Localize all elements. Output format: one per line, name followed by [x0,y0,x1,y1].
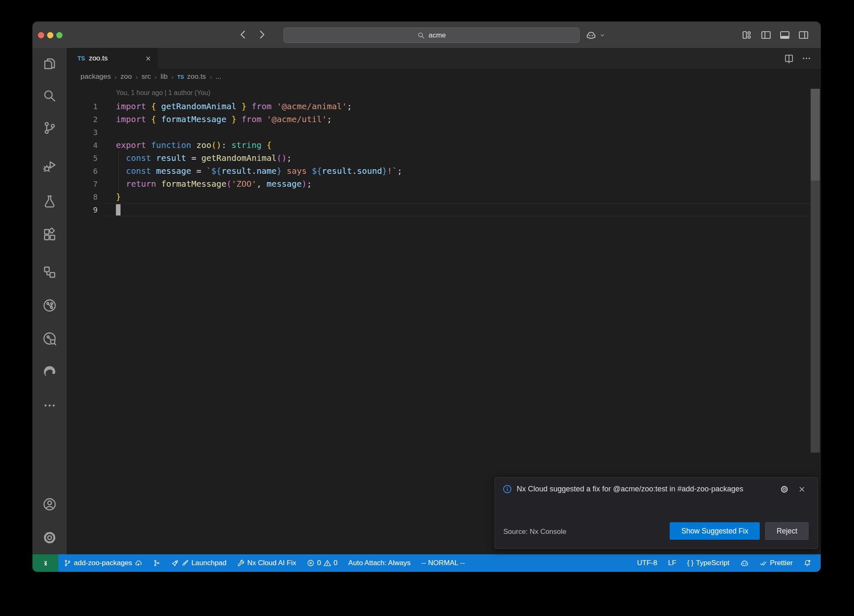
activity-nx-project-graph[interactable] [43,298,57,313]
breadcrumb-item[interactable]: packages [80,73,111,81]
tab-bar: TS zoo.ts [67,48,821,69]
status-label: TypeScript [696,559,729,567]
activity-nx-console[interactable] [43,265,57,279]
nx-console-icon [43,265,57,279]
breadcrumb-separator: › [151,73,161,80]
remote-indicator[interactable] [33,554,58,572]
status-copilot[interactable] [735,554,754,572]
typescript-file-icon: TS [78,55,85,62]
notification-close-icon[interactable] [798,485,806,493]
info-icon [502,484,512,494]
braces-icon: { } [687,559,693,567]
status-branch[interactable]: add-zoo-packages [58,554,148,572]
split-editor-icon[interactable] [784,53,794,63]
explorer-icon [43,57,57,71]
tab-zoo-ts[interactable]: TS zoo.ts [67,48,158,69]
scrollbar-slider[interactable] [811,89,820,180]
command-center-search[interactable]: acme [284,28,580,43]
status-label: -- NORMAL -- [421,559,465,567]
code-line: } [116,190,402,203]
status-nx-cloud-ai-fix[interactable]: Nx Cloud AI Fix [232,554,301,572]
breadcrumb-file[interactable]: TSzoo.ts [177,73,206,81]
rocket-icon [171,559,179,567]
bell-dot-icon [804,559,811,567]
line-number: 8 [67,190,98,203]
layout-panel-bottom-icon[interactable] [779,30,790,40]
nx-project-graph-icon [43,298,57,313]
layout-custom-icon[interactable] [742,30,753,40]
tab-label: zoo.ts [89,54,108,63]
line-number: 4 [67,139,98,152]
breadcrumb-item[interactable]: zoo [121,73,132,81]
navigate-back-icon[interactable] [238,29,249,40]
breadcrumb-file-label: zoo.ts [187,73,206,81]
activity-nx-cloud[interactable] [43,332,57,346]
remote-icon [42,559,50,567]
layout-controls [742,30,809,40]
line-number: 5 [67,152,98,165]
close-window-button[interactable] [38,32,44,38]
edge-tools-icon [43,365,57,379]
double-check-icon [760,559,767,567]
reject-button[interactable]: Reject [765,522,809,540]
breadcrumb-item[interactable]: lib [161,73,168,81]
typescript-file-icon: TS [177,74,184,80]
activity-run-and-debug[interactable] [43,159,57,173]
close-tab-icon[interactable] [145,55,152,62]
scrollbar-track[interactable] [811,180,820,453]
code-line: return formatMessage('ZOO', message); [116,178,402,190]
vscode-window: acme TS zoo.ts packages›zoo›src›lib›TSzo… [33,22,821,572]
line-number: 3 [67,126,98,139]
activity-testing[interactable] [43,194,57,208]
activity-edge-tools[interactable] [43,365,57,379]
breadcrumb-separator: › [168,73,177,80]
warning-icon [324,559,331,567]
activity-accounts[interactable] [43,497,57,511]
breadcrumb-overflow[interactable]: ... [216,73,221,81]
status-launchpad[interactable]: Launchpad [166,554,232,572]
status-problems[interactable]: 00 [301,554,343,572]
status-label: Launchpad [191,559,226,567]
testing-icon [43,194,57,208]
minimize-window-button[interactable] [47,32,53,38]
status-encoding[interactable]: UTF-8 [632,554,663,572]
status-nx-tasks[interactable] [148,554,166,572]
notification-message: Nx Cloud suggested a fix for @acme/zoo:t… [517,483,750,496]
zoom-window-button[interactable] [56,32,63,38]
status-label: Auto Attach: Always [348,559,410,567]
status-auto-attach[interactable]: Auto Attach: Always [343,554,416,572]
search-value: acme [429,31,446,40]
text-cursor [116,204,121,215]
layout-sidebar-left-icon[interactable] [761,30,771,40]
status-language[interactable]: { }TypeScript [682,554,735,572]
git-blame-annotation: You, 1 hour ago | 1 author (You) [116,89,210,97]
status-label: 0 [334,559,337,567]
status-formatter[interactable]: Prettier [754,554,798,572]
status-vim-mode[interactable]: -- NORMAL -- [416,554,470,572]
activity-extensions[interactable] [43,228,57,242]
activity-more[interactable] [43,398,57,413]
more-icon [43,398,57,413]
breadcrumb-separator: › [132,73,141,80]
status-label: LF [668,559,676,567]
copilot-menu[interactable] [585,30,605,41]
navigate-forward-icon[interactable] [256,29,267,40]
screen: acme TS zoo.ts packages›zoo›src›lib›TSzo… [0,0,854,616]
activity-source-control[interactable] [43,121,57,135]
show-suggested-fix-button[interactable]: Show Suggested Fix [670,522,760,540]
activity-search[interactable] [43,89,57,103]
notification-settings-icon[interactable] [780,485,789,493]
line-number: 9 [67,203,98,216]
notification-source: Source: Nx Console [503,528,566,536]
breadcrumb-separator: › [111,73,121,80]
layout-sidebar-right-icon[interactable] [798,30,809,40]
status-eol[interactable]: LF [663,554,682,572]
status-bar-right: UTF-8LF{ }TypeScriptPrettier [632,554,821,572]
more-actions-icon[interactable] [801,53,811,63]
line-number: 1 [67,100,98,113]
activity-settings[interactable] [43,531,57,545]
breadcrumb-item[interactable]: src [141,73,151,81]
activity-explorer[interactable] [43,57,57,71]
chevron-down-icon [599,32,605,38]
status-notifications[interactable] [798,554,816,572]
